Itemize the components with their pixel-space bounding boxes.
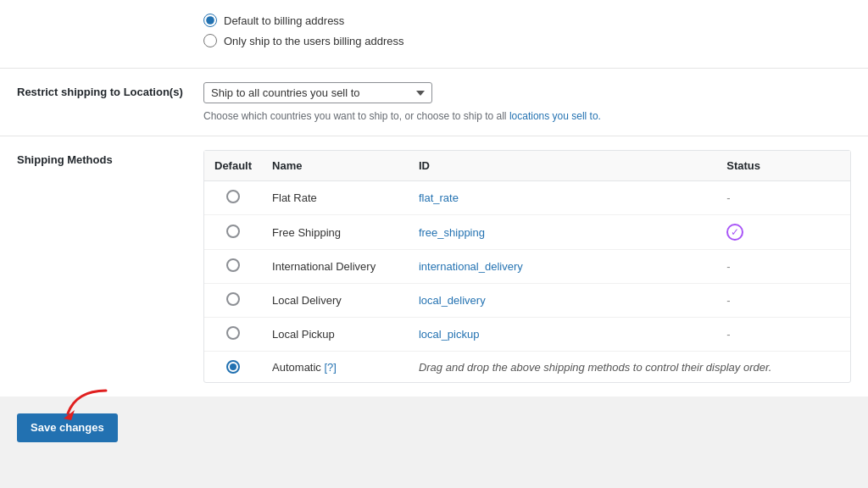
col-name: Name (262, 151, 409, 181)
automatic-help-link[interactable]: [?] (324, 361, 336, 374)
shipping-methods-table: Default Name ID Status Flat Rate (204, 151, 850, 382)
col-status: Status (716, 151, 850, 181)
radio-label-default-billing[interactable]: Default to billing address (224, 14, 344, 27)
shipping-dropdown-wrapper: Ship to all countries you sell to Ship t… (203, 82, 851, 103)
table-header-row: Default Name ID Status (204, 151, 850, 181)
row-radio-free-shipping (204, 215, 262, 250)
radio-option-default-billing: Default to billing address (203, 14, 851, 27)
radio-option-only-billing: Only ship to the users billing address (203, 34, 851, 47)
shipping-methods-label: Shipping Methods (17, 150, 203, 383)
row-radio-flat-rate (204, 181, 262, 215)
arrow-wrapper: Save changes (17, 413, 118, 442)
radio-filled-inner (230, 363, 236, 370)
table-row: Local Delivery local_delivery - (204, 284, 850, 318)
billing-label (17, 14, 203, 54)
row-radio-automatic (204, 352, 262, 383)
row-name-automatic: Automatic [?] (262, 352, 409, 383)
billing-section: Default to billing address Only ship to … (0, 0, 868, 69)
col-default: Default (204, 151, 262, 181)
table-row: International Delivery international_del… (204, 250, 850, 284)
row-id-intl: international_delivery (409, 250, 716, 284)
billing-options: Default to billing address Only ship to … (203, 14, 851, 54)
row-id-free-shipping: free_shipping (409, 215, 716, 250)
save-changes-button[interactable]: Save changes (17, 413, 118, 442)
table-row: Flat Rate flat_rate - (204, 181, 850, 215)
radio-only-billing[interactable] (203, 34, 217, 47)
row-radio-local-delivery (204, 284, 262, 318)
restrict-shipping-label: Restrict shipping to Location(s) (17, 82, 203, 122)
locations-link[interactable]: locations you sell to. (509, 110, 601, 122)
table-body: Flat Rate flat_rate - Free Shipping free… (204, 181, 850, 383)
row-status-local-pickup: - (716, 318, 850, 352)
helper-text-prefix: Choose which countries you want to ship … (203, 110, 509, 122)
row-status-local-delivery: - (716, 284, 850, 318)
page-wrapper: Default to billing address Only ship to … (0, 0, 868, 488)
radio-label-only-billing[interactable]: Only ship to the users billing address (224, 35, 403, 47)
row-name-intl: International Delivery (262, 250, 409, 284)
radio-default-billing[interactable] (203, 14, 217, 27)
row-status-flat-rate: - (716, 181, 850, 215)
row-id-flat-rate: flat_rate (409, 181, 716, 215)
restrict-shipping-dropdown[interactable]: Ship to all countries you sell to Ship t… (203, 82, 432, 103)
row-hint-automatic: Drag and drop the above shipping methods… (409, 352, 850, 383)
table-header: Default Name ID Status (204, 151, 850, 181)
radio-empty-local-pickup[interactable] (226, 326, 240, 340)
restrict-shipping-section: Restrict shipping to Location(s) Ship to… (0, 69, 868, 136)
row-name-flat-rate: Flat Rate (262, 181, 409, 215)
row-id-local-delivery: local_delivery (409, 284, 716, 318)
table-row: Automatic [?] Drag and drop the above sh… (204, 352, 850, 383)
table-row: Free Shipping free_shipping ✓ (204, 215, 850, 250)
row-name-local-delivery: Local Delivery (262, 284, 409, 318)
table-row: Local Pickup local_pickup - (204, 318, 850, 352)
footer-section: Save changes (0, 396, 868, 476)
radio-filled-automatic[interactable] (226, 360, 240, 374)
row-name-local-pickup: Local Pickup (262, 318, 409, 352)
row-status-intl: - (716, 250, 850, 284)
restrict-shipping-content: Ship to all countries you sell to Ship t… (203, 82, 851, 122)
row-status-free-shipping: ✓ (716, 215, 850, 250)
status-check-icon: ✓ (726, 224, 743, 241)
restrict-shipping-helper: Choose which countries you want to ship … (203, 110, 851, 122)
shipping-table-wrapper: Default Name ID Status Flat Rate (203, 150, 851, 383)
row-radio-intl (204, 250, 262, 284)
radio-empty-local-delivery[interactable] (226, 292, 240, 306)
row-radio-local-pickup (204, 318, 262, 352)
col-id: ID (409, 151, 716, 181)
shipping-methods-section: Shipping Methods Default Name ID Status (0, 136, 868, 396)
row-id-local-pickup: local_pickup (409, 318, 716, 352)
radio-empty-free-shipping[interactable] (226, 225, 240, 238)
content-area: Default to billing address Only ship to … (0, 0, 868, 396)
drag-hint-text: Drag and drop the above shipping methods… (419, 361, 772, 374)
radio-empty-intl[interactable] (226, 258, 240, 272)
row-name-free-shipping: Free Shipping (262, 215, 409, 250)
radio-empty-flat-rate[interactable] (226, 190, 240, 203)
